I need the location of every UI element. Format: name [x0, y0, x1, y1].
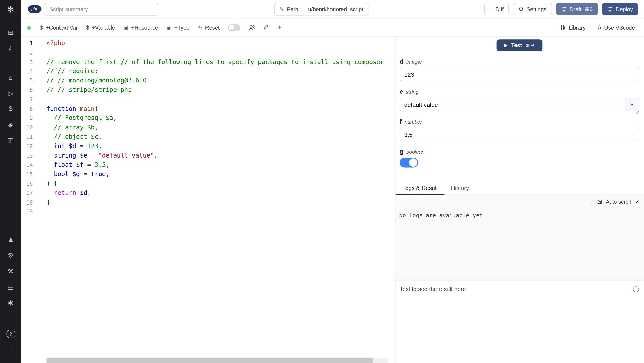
- ai-sparkles-icon[interactable]: ✦: [277, 24, 282, 31]
- pencil-icon: ✎: [280, 6, 284, 12]
- path-group: ✎ Path u/henri/honored_script: [274, 3, 369, 15]
- sidebar-nav: ⊞☆⌂▷$◈▦♟⚙⚒▤◉?→: [0, 24, 22, 357]
- add-variable-button[interactable]: $ +Variable: [86, 24, 115, 31]
- field-type: boolean: [406, 149, 425, 155]
- line-number: 4: [22, 67, 39, 76]
- windmill-logo-icon[interactable]: ✻: [5, 4, 16, 15]
- line-number: 6: [22, 85, 39, 95]
- code-line: [46, 95, 388, 104]
- code-line: <?php: [46, 39, 388, 48]
- use-vscode-button[interactable]: ‹/› Use VScode: [596, 24, 635, 31]
- dollar-icon: $: [86, 24, 89, 31]
- code-editor[interactable]: 12345678910111213141516171819 <?php // r…: [22, 37, 388, 363]
- insert-variable-button[interactable]: $: [625, 98, 639, 111]
- sidebar-item-audit-logs-icon[interactable]: ◉: [5, 297, 16, 308]
- expand-logs-icon[interactable]: ⇲: [597, 199, 602, 205]
- sidebar-item-collapse-sidebar-icon[interactable]: →: [5, 344, 16, 355]
- content-row: 12345678910111213141516171819 <?php // r…: [22, 37, 644, 363]
- panel-tabs: Logs & Result History: [396, 185, 644, 195]
- code-line: function main(: [46, 104, 388, 114]
- line-number: 17: [22, 188, 39, 198]
- sidebar-item-variables-icon[interactable]: $: [5, 103, 16, 114]
- code-line: bool $g = true,: [46, 170, 388, 179]
- script-path-value: u/henri/honored_script: [303, 3, 369, 15]
- info-icon[interactable]: ⓘ: [633, 286, 639, 294]
- sidebar-item-help-icon[interactable]: ?: [6, 330, 15, 339]
- code-line: // remove the first // of the following …: [46, 57, 388, 67]
- field-e: e string $: [400, 88, 639, 111]
- field-type: number: [404, 119, 422, 125]
- line-number: 16: [22, 179, 39, 188]
- sidebar-item-resources-icon[interactable]: ◈: [5, 119, 16, 130]
- tab-logs-result[interactable]: Logs & Result: [396, 185, 444, 195]
- sidebar-item-workers-icon[interactable]: ⚒: [5, 266, 16, 276]
- code-line: // object $c,: [46, 132, 388, 141]
- download-logs-icon[interactable]: ↧: [589, 199, 593, 205]
- line-number: 8: [22, 104, 39, 114]
- add-type-button[interactable]: ▣ +Type: [166, 24, 190, 31]
- path-label: Path: [287, 6, 298, 12]
- test-button[interactable]: ▶ Test ⌘↵: [496, 39, 542, 51]
- code-line: float $f = 3.5,: [46, 160, 388, 170]
- deploy-button[interactable]: Deploy: [602, 3, 638, 15]
- draft-button[interactable]: Draft ⌘S: [556, 3, 598, 15]
- code-line: }: [46, 198, 388, 207]
- sidebar-item-settings-icon[interactable]: ⚙: [5, 250, 16, 261]
- field-g-toggle[interactable]: [400, 158, 418, 167]
- line-number: 14: [22, 160, 39, 170]
- line-number: 2: [22, 48, 39, 57]
- mode-toggle[interactable]: [228, 24, 240, 31]
- tab-history[interactable]: History: [444, 185, 476, 195]
- add-resource-button[interactable]: ▣ +Resource: [123, 24, 158, 31]
- line-number-gutter: 12345678910111213141516171819: [22, 37, 39, 363]
- sidebar-item-apps-icon[interactable]: ⊞: [5, 27, 16, 38]
- sidebar-item-home-icon[interactable]: ⌂: [5, 72, 16, 83]
- code-line: // // stripe/stripe-php: [46, 85, 388, 95]
- line-number: 7: [22, 95, 39, 104]
- topbar: php ✎ Path u/henri/honored_script ± Diff…: [22, 0, 644, 18]
- horizontal-scrollbar[interactable]: [46, 358, 372, 363]
- panel-splitter[interactable]: [388, 37, 396, 363]
- script-summary-input[interactable]: [44, 3, 159, 15]
- settings-button[interactable]: ⚙ Settings: [513, 3, 552, 15]
- sidebar-item-folders-icon[interactable]: ▤: [5, 281, 16, 292]
- sidebar-item-schedules-icon[interactable]: ▦: [5, 135, 16, 145]
- library-icon: [560, 24, 566, 30]
- field-type: string: [406, 89, 418, 95]
- php-language-badge: php: [28, 5, 42, 13]
- code-line: // // require:: [46, 67, 388, 76]
- add-context-var-button[interactable]: $ +Context Var: [40, 24, 78, 31]
- line-number: 11: [22, 132, 39, 141]
- line-number: 5: [22, 76, 39, 85]
- field-f-input[interactable]: [400, 128, 639, 141]
- code-line: return $d;: [46, 188, 388, 198]
- auto-scroll-label: Auto scroll: [606, 199, 631, 205]
- edit-path-button[interactable]: ✎ Path: [274, 3, 303, 15]
- code-area[interactable]: <?php // remove the first // of the foll…: [39, 37, 388, 363]
- vscode-icon: ‹/›: [596, 24, 601, 31]
- diff-button[interactable]: ± Diff: [484, 3, 509, 15]
- sidebar-item-favorites-icon[interactable]: ☆: [5, 43, 16, 53]
- code-line: int $d = 123,: [46, 141, 388, 151]
- field-d: d integer: [400, 58, 639, 81]
- sidebar-item-runs-icon[interactable]: ▷: [5, 88, 16, 99]
- line-number: 1: [22, 39, 39, 48]
- save-icon: [561, 6, 567, 12]
- app-window: ✻ ⊞☆⌂▷$◈▦♟⚙⚒▤◉?→ php ✎ Path u/henri/hono…: [0, 0, 644, 363]
- reset-button[interactable]: ↻ Reset: [198, 24, 220, 31]
- field-e-input[interactable]: [400, 98, 639, 111]
- field-d-input[interactable]: [400, 68, 639, 81]
- status-dot: [27, 26, 31, 29]
- logs-section: ↧ ⇲ Auto scroll ✔ No logs are available …: [396, 195, 644, 280]
- library-button[interactable]: Library: [560, 24, 586, 31]
- line-number: 19: [22, 207, 39, 216]
- result-placeholder: Test to see the result here: [400, 286, 466, 292]
- code-line: // array $b,: [46, 123, 388, 132]
- editor-toolbar: $ +Context Var $ +Variable ▣ +Resource ▣…: [22, 18, 644, 37]
- auto-scroll-checkbox[interactable]: ✔: [635, 199, 639, 205]
- sidebar-item-user-icon[interactable]: ♟: [5, 235, 16, 245]
- users-icon[interactable]: [248, 24, 255, 31]
- diff-icon: ±: [490, 6, 492, 12]
- code-line: [46, 48, 388, 57]
- format-brush-icon[interactable]: ✐: [264, 24, 269, 31]
